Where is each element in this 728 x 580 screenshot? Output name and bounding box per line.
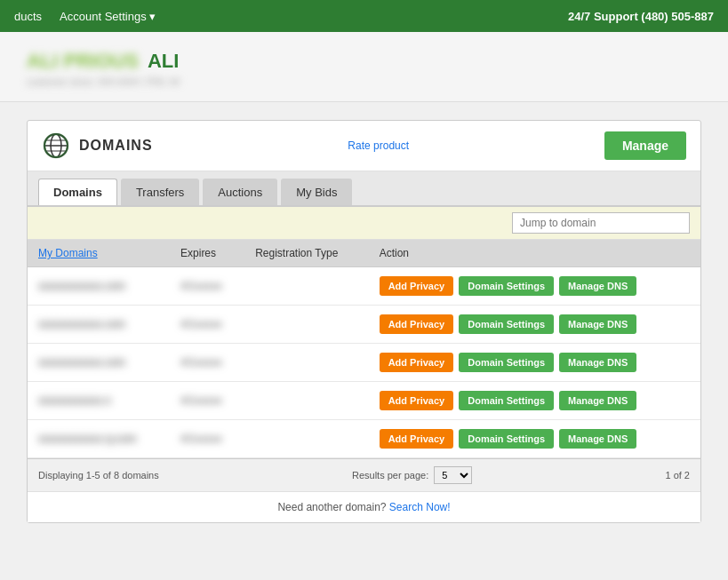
table-header: My Domains Expires Registration Type Act… [28,240,700,267]
add-privacy-button[interactable]: Add Privacy [380,391,454,410]
manage-button[interactable]: Manage [604,131,686,160]
main-content: DOMAINS Rate product Manage Domains Tran… [0,102,728,541]
profile-banner: ALI PRIOUS ALI customer since: ###-#### … [0,32,728,102]
manage-dns-button[interactable]: Manage DNS [559,276,636,296]
domain-settings-button[interactable]: Domain Settings [459,276,554,296]
results-per-page: Results per page: 5 10 25 50 [352,466,472,484]
profile-realname: ALI [148,50,179,73]
products-nav-item[interactable]: ducts [14,10,42,23]
expires-value: 4/1xxxxx [180,280,222,292]
jump-to-domain-input[interactable] [512,212,690,234]
reg-type-cell [244,382,368,420]
add-privacy-button[interactable]: Add Privacy [380,276,454,296]
expires-value: 4/1xxxxx [180,356,222,369]
tab-mybids[interactable]: My Bids [281,179,352,205]
table-row: xxxxxxxxxxxx.n 4/1xxxxx Add Privacy Doma… [28,382,700,420]
col-header-regtype: Registration Type [244,240,368,267]
top-nav-left: ducts Account Settings [14,10,156,23]
domains-card-title: DOMAINS [42,131,153,160]
domains-content: My Domains Expires Registration Type Act… [28,207,700,491]
reg-type-cell [244,267,368,306]
reg-type-cell [244,344,368,382]
rate-product-link[interactable]: Rate product [348,139,409,152]
expires-value: 4/1xxxxx [180,394,222,407]
globe-icon [42,131,70,160]
domain-name: xxxxxxxxxxxx.ry.com [38,433,136,445]
profile-details: customer since: ###-#### / PIN: ## [27,76,701,87]
domains-card: DOMAINS Rate product Manage Domains Tran… [27,120,701,523]
jump-row [28,207,700,240]
need-domain-text: Need another domain? [277,501,386,513]
action-cell: Add Privacy Domain Settings Manage DNS [380,276,690,296]
action-cell: Add Privacy Domain Settings Manage DNS [380,391,690,410]
table-body: xxxxxxxxxxxx.com 4/1xxxxx Add Privacy Do… [28,267,700,458]
manage-dns-button[interactable]: Manage DNS [559,429,636,449]
table-row: xxxxxxxxxxxx.com 4/1xxxxx Add Privacy Do… [28,344,700,382]
table-row: xxxxxxxxxxxx.ry.com 4/1xxxxx Add Privacy… [28,420,700,458]
col-header-expires: Expires [170,240,244,267]
tab-auctions[interactable]: Auctions [203,179,277,205]
add-privacy-button[interactable]: Add Privacy [380,353,454,372]
top-navigation: ducts Account Settings 24/7 Support (480… [0,0,728,32]
page-info: 1 of 2 [665,470,690,481]
displaying-text: Displaying 1-5 of 8 domains [38,470,159,481]
add-privacy-button[interactable]: Add Privacy [380,429,454,449]
domain-settings-button[interactable]: Domain Settings [459,314,554,334]
search-now-link[interactable]: Search Now! [389,501,451,513]
results-per-page-label: Results per page: [352,470,428,481]
profile-username: ALI PRIOUS [27,50,139,73]
support-info: 24/7 Support (480) 505-887 [568,10,714,23]
expires-value: 4/1xxxxx [180,433,222,445]
table-row: xxxxxxxxxxxx.com 4/1xxxxx Add Privacy Do… [28,267,700,306]
manage-dns-button[interactable]: Manage DNS [559,314,636,334]
action-cell: Add Privacy Domain Settings Manage DNS [380,353,690,372]
tabs-container: Domains Transfers Auctions My Bids [38,179,690,205]
domains-card-header: DOMAINS Rate product Manage [28,121,700,171]
expires-value: 4/1xxxxx [180,318,222,330]
account-settings-nav-item[interactable]: Account Settings [60,10,156,23]
results-per-page-select[interactable]: 5 10 25 50 [434,466,472,484]
manage-dns-button[interactable]: Manage DNS [559,353,636,372]
action-cell: Add Privacy Domain Settings Manage DNS [380,429,690,449]
reg-type-cell [244,420,368,458]
domains-title-text: DOMAINS [79,138,153,154]
domain-settings-button[interactable]: Domain Settings [459,429,554,449]
profile-name-row: ALI PRIOUS ALI [27,50,701,73]
table-footer: Displaying 1-5 of 8 domains Results per … [28,458,700,491]
col-header-action: Action [369,240,700,267]
domain-name: xxxxxxxxxxxx.com [38,356,125,369]
support-number: 24/7 Support (480) 505-887 [568,10,714,23]
table-row: xxxxxxxxxxxx.com 4/1xxxxx Add Privacy Do… [28,306,700,344]
tab-domains[interactable]: Domains [38,179,117,205]
domain-settings-button[interactable]: Domain Settings [459,391,554,410]
action-cell: Add Privacy Domain Settings Manage DNS [380,314,690,334]
domain-settings-button[interactable]: Domain Settings [459,353,554,372]
domains-table: My Domains Expires Registration Type Act… [28,240,700,458]
need-domain-bar: Need another domain? Search Now! [28,491,700,522]
domain-name: xxxxxxxxxxxx.n [38,394,111,407]
col-header-domain: My Domains [28,240,170,267]
domain-name: xxxxxxxxxxxx.com [38,280,125,292]
tabs-bar: Domains Transfers Auctions My Bids [28,171,700,207]
reg-type-cell [244,306,368,344]
my-domains-link[interactable]: My Domains [38,247,98,259]
tab-transfers[interactable]: Transfers [121,179,199,205]
add-privacy-button[interactable]: Add Privacy [380,314,454,334]
manage-dns-button[interactable]: Manage DNS [559,391,636,410]
domain-name: xxxxxxxxxxxx.com [38,318,125,330]
